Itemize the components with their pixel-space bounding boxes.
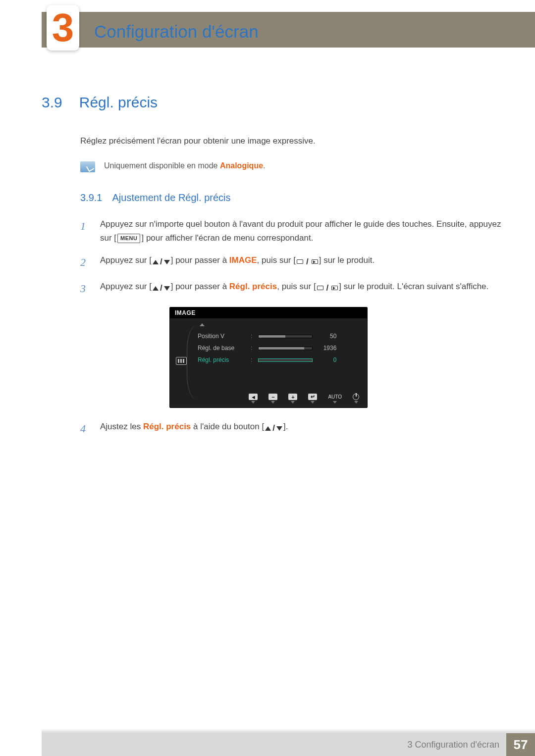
chapter-number: 3 — [52, 8, 74, 48]
subsection-title: Ajustement de Régl. précis — [112, 192, 230, 203]
hl: Régl. précis — [229, 282, 277, 291]
t: , puis sur [ — [257, 255, 296, 265]
t: ] sur le produit. L'écran suivant s'affi… — [339, 282, 488, 291]
osd-label: Régl. précis — [198, 356, 245, 363]
page-content: 3.9 Régl. précis Réglez précisément l'éc… — [42, 94, 510, 446]
page-footer: 3 Configuration d'écran 57 — [42, 733, 535, 756]
plus-icon: + — [288, 394, 297, 400]
note-icon — [80, 161, 95, 172]
chapter-title: Configuration d'écran — [94, 22, 259, 42]
step-1: 1 Appuyez sur n'importe quel bouton à l'… — [80, 217, 510, 244]
t: ] pour passer à — [171, 255, 229, 265]
subsection-heading: 3.9.1 Ajustement de Régl. précis — [80, 192, 510, 203]
osd-row-regl-de-base: Régl. de base : 1936 — [198, 342, 358, 354]
osd-btn-back: ◄ — [249, 394, 258, 403]
step-text: Appuyez sur [/] pour passer à IMAGE, pui… — [100, 253, 510, 271]
note-prefix: Uniquement disponible en mode — [104, 161, 220, 170]
up-down-icon: / — [153, 255, 170, 268]
note-text: Uniquement disponible en mode Analogique… — [104, 161, 266, 170]
up-down-icon: / — [265, 421, 282, 435]
steps-list: 1 Appuyez sur n'importe quel bouton à l'… — [80, 217, 510, 437]
t: Ajustez les — [100, 422, 143, 431]
source-enter-icon: / — [317, 281, 338, 295]
step-number: 4 — [80, 420, 90, 437]
t: ]. — [283, 422, 288, 431]
section-heading: 3.9 Régl. précis — [42, 94, 510, 111]
enter-icon: ↵ — [308, 394, 317, 400]
osd-slider — [258, 335, 313, 338]
source-enter-icon: / — [297, 255, 318, 268]
auto-label: AUTO — [328, 394, 342, 400]
step-number: 2 — [80, 253, 90, 271]
up-down-icon: / — [153, 281, 170, 295]
osd-button-bar: ◄ − + ↵ AUTO — [170, 394, 367, 407]
osd-value: 1936 — [319, 345, 336, 352]
footer-shadow — [42, 728, 535, 733]
step-text: Ajustez les Régl. précis à l'aide du bou… — [100, 420, 510, 437]
step-text: Appuyez sur n'importe quel bouton à l'av… — [100, 217, 510, 244]
osd-btn-enter: ↵ — [308, 394, 317, 403]
osd-btn-plus: + — [288, 394, 297, 403]
osd-title: IMAGE — [170, 307, 367, 318]
chapter-badge: 3 — [47, 5, 79, 50]
hl: IMAGE — [229, 255, 257, 265]
step-2: 2 Appuyez sur [/] pour passer à IMAGE, p… — [80, 253, 510, 271]
osd-screenshot: IMAGE Position V : 50 Régl. de base : — [169, 307, 368, 408]
section-title: Régl. précis — [79, 94, 158, 111]
t: Appuyez sur [ — [100, 255, 152, 265]
step-3: 3 Appuyez sur [/] pour passer à Régl. pr… — [80, 280, 510, 297]
t: ] pour afficher l'écran de menu correspo… — [141, 233, 313, 243]
osd-row-position-v: Position V : 50 — [198, 330, 358, 342]
osd-row-regl-precis: Régl. précis : 0 — [198, 354, 358, 366]
osd-value: 50 — [319, 333, 336, 340]
osd-label: Régl. de base — [198, 345, 245, 352]
osd-scroll-up-icon — [200, 323, 205, 326]
t: , puis sur [ — [277, 282, 316, 291]
osd-curve-decoration — [187, 325, 197, 400]
t: ] sur le produit. — [319, 255, 374, 265]
osd-btn-minus: − — [268, 394, 277, 403]
menu-key-icon: MENU — [117, 234, 140, 244]
osd-label: Position V — [198, 333, 245, 340]
t: Appuyez sur [ — [100, 282, 152, 291]
step-4: 4 Ajustez les Régl. précis à l'aide du b… — [80, 420, 510, 437]
note-row: Uniquement disponible en mode Analogique… — [80, 161, 510, 172]
note-highlight: Analogique — [220, 161, 263, 170]
osd-btn-power — [353, 394, 359, 403]
colon: : — [251, 345, 252, 352]
osd-btn-auto: AUTO — [328, 394, 342, 403]
osd-slider — [258, 347, 313, 350]
step-number: 1 — [80, 217, 90, 244]
osd-body: Position V : 50 Régl. de base : 1936 Rég… — [170, 318, 367, 407]
section-intro: Réglez précisément l'écran pour obtenir … — [80, 135, 510, 148]
hl: Régl. précis — [143, 422, 191, 431]
footer-page-number: 57 — [506, 733, 535, 756]
note-suffix: . — [263, 161, 265, 170]
osd-slider — [258, 358, 313, 362]
power-icon — [353, 394, 359, 400]
step-text: Appuyez sur [/] pour passer à Régl. préc… — [100, 280, 510, 297]
t: ] pour passer à — [171, 282, 229, 291]
section-number: 3.9 — [42, 94, 62, 111]
osd-value: 0 — [319, 356, 336, 363]
minus-icon: − — [268, 394, 277, 400]
osd-category-icon — [176, 357, 187, 365]
step-number: 3 — [80, 280, 90, 297]
back-icon: ◄ — [249, 394, 258, 400]
subsection-number: 3.9.1 — [80, 192, 102, 203]
colon: : — [251, 333, 252, 340]
footer-text: 3 Configuration d'écran — [407, 740, 499, 750]
colon: : — [251, 356, 252, 363]
t: à l'aide du bouton [ — [191, 422, 264, 431]
